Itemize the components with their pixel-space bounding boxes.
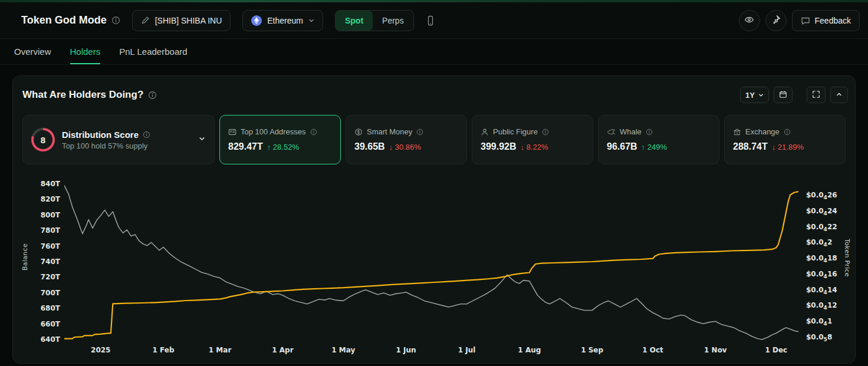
- token-selector-button[interactable]: [SHIB] SHIBA INU: [132, 10, 231, 31]
- exchange-icon: [733, 128, 741, 136]
- x-tick-label: 1 Aug: [518, 346, 541, 354]
- balance-tick-label: 700T: [41, 289, 60, 297]
- fullscreen-button[interactable]: [807, 87, 826, 103]
- metric-card-smart-money[interactable]: Smart Money 39.65B ↓ 30.86%: [346, 115, 467, 164]
- x-tick-label: 1 Jul: [458, 346, 476, 354]
- info-icon[interactable]: [310, 128, 317, 136]
- x-tick-label: 1 Oct: [642, 346, 663, 354]
- price-tick-label: $0.0412: [806, 301, 837, 312]
- price-tick-label: $0.042: [806, 238, 832, 249]
- x-tick-label: 1 Apr: [272, 346, 293, 354]
- x-tick-label: 1 Feb: [153, 346, 175, 354]
- price-tick-label: $0.0422: [806, 223, 837, 233]
- spot-toggle-option[interactable]: Spot: [336, 11, 373, 31]
- price-tick-label: $0.0416: [806, 270, 837, 281]
- app-header: Token God Mode [SHIB] SHIBA INU Ethereum…: [0, 2, 868, 39]
- price-tick-label: $0.0424: [806, 207, 837, 217]
- pin-button[interactable]: [765, 10, 787, 31]
- metric-value: 288.74T: [733, 141, 768, 152]
- balance-tick-label: 820T: [41, 195, 60, 203]
- metric-card-top-100-addresses[interactable]: Top 100 Addresses 829.47T ↑ 28.52%: [219, 115, 341, 164]
- tab-overview[interactable]: Overview: [14, 39, 51, 64]
- collapse-button[interactable]: [830, 87, 848, 103]
- perps-toggle-option[interactable]: Perps: [373, 11, 413, 31]
- series-left: [64, 192, 798, 339]
- chevron-down-icon: [758, 91, 764, 100]
- distribution-score-card[interactable]: 8 Distribution Score Top 100 hold 57% su…: [22, 115, 215, 164]
- chevron-up-icon: [836, 91, 843, 100]
- x-tick-label: 1 May: [331, 346, 355, 354]
- info-icon[interactable]: [111, 16, 120, 25]
- metric-card-exchange[interactable]: Exchange 288.74T ↓ 21.89%: [724, 115, 846, 164]
- metric-change: ↓ 21.89%: [772, 143, 804, 151]
- holders-chart: Balance Token Price 840T820T800T780T760T…: [13, 177, 855, 361]
- metric-label: Smart Money: [367, 127, 412, 136]
- info-icon[interactable]: [148, 91, 157, 100]
- panel-controls: 1Y: [740, 87, 848, 103]
- chain-selector-label: Ethereum: [267, 16, 303, 25]
- price-tick-label: $0.0426: [806, 191, 837, 202]
- metric-change: ↑ 249%: [642, 143, 667, 151]
- balance-tick-label: 640T: [41, 335, 60, 344]
- calendar-button[interactable]: [774, 87, 793, 103]
- eye-icon: [744, 15, 754, 27]
- balance-tick-label: 680T: [41, 304, 60, 312]
- metric-change: ↓ 8.22%: [521, 143, 548, 151]
- balance-tick-label: 740T: [41, 258, 60, 266]
- x-tick-label: 1 Mar: [209, 346, 231, 354]
- x-tick-label: 2025: [91, 346, 110, 354]
- info-icon[interactable]: [784, 128, 791, 136]
- info-icon[interactable]: [416, 128, 423, 136]
- chart-plot-area[interactable]: [64, 177, 798, 348]
- feedback-button[interactable]: Feedback: [792, 10, 860, 31]
- metric-label: Public Figure: [493, 127, 538, 136]
- balance-tick-label: 800T: [41, 211, 60, 219]
- price-tick-label: $0.0418: [806, 254, 837, 265]
- right-axis-ticks: $0.0426$0.0424$0.0422$0.042$0.0418$0.041…: [806, 177, 847, 348]
- time-range-label: 1Y: [745, 91, 755, 100]
- chain-selector-button[interactable]: Ethereum: [242, 10, 323, 31]
- token-selector-label: [SHIB] SHIBA INU: [155, 16, 222, 25]
- market-type-toggle: Spot Perps: [335, 10, 414, 31]
- metric-cards-row: 8 Distribution Score Top 100 hold 57% su…: [22, 115, 846, 164]
- header-actions: Feedback: [739, 10, 862, 31]
- metric-value: 829.47T: [228, 141, 263, 152]
- chevron-down-icon: [308, 18, 314, 24]
- chevron-down-icon[interactable]: [198, 135, 206, 144]
- info-icon[interactable]: [646, 128, 653, 136]
- tab-pnl-leaderboard[interactable]: PnL Leaderboard: [119, 39, 187, 64]
- metric-change: ↑ 28.52%: [267, 143, 299, 151]
- watchlist-eye-button[interactable]: [739, 10, 760, 31]
- holders-panel: What Are Holders Doing? 1Y: [12, 75, 856, 364]
- metric-value: 39.65B: [354, 141, 385, 152]
- x-tick-label: 1 Sep: [581, 346, 603, 354]
- info-icon[interactable]: [542, 128, 549, 136]
- metric-label: Top 100 Addresses: [241, 127, 306, 136]
- distribution-score-value: 8: [34, 130, 52, 149]
- whale-icon: [607, 128, 616, 136]
- x-tick-label: 1 Jun: [396, 346, 416, 354]
- chat-bubble-icon: [801, 16, 810, 25]
- pin-icon: [771, 15, 781, 26]
- metric-card-whale[interactable]: Whale 96.67B ↑ 249%: [598, 115, 719, 164]
- distribution-score-label: Distribution Score: [62, 130, 139, 140]
- feedback-label: Feedback: [815, 16, 851, 25]
- metric-card-public-figure[interactable]: Public Figure 399.92B ↓ 8.22%: [472, 115, 593, 164]
- balance-tick-label: 720T: [41, 273, 60, 281]
- app-title: Token God Mode: [21, 14, 120, 27]
- price-tick-label: $0.0414: [806, 286, 837, 296]
- distribution-score-gauge: 8: [31, 128, 55, 151]
- tab-holders[interactable]: Holders: [70, 39, 101, 64]
- price-tick-label: $0.041: [806, 317, 832, 328]
- fullscreen-icon: [812, 90, 820, 100]
- time-range-selector[interactable]: 1Y: [740, 87, 769, 103]
- smart-money-icon: [354, 128, 363, 136]
- info-icon[interactable]: [143, 131, 150, 139]
- left-axis-ticks: 840T820T800T780T760T740T720T700T680T660T…: [13, 177, 60, 348]
- app-title-text: Token God Mode: [21, 14, 107, 27]
- x-tick-label: 1 Dec: [765, 346, 787, 354]
- mobile-view-icon[interactable]: [426, 15, 435, 26]
- panel-title-text: What Are Holders Doing?: [22, 89, 143, 101]
- series-right: [64, 186, 798, 339]
- metric-value: 96.67B: [607, 141, 637, 152]
